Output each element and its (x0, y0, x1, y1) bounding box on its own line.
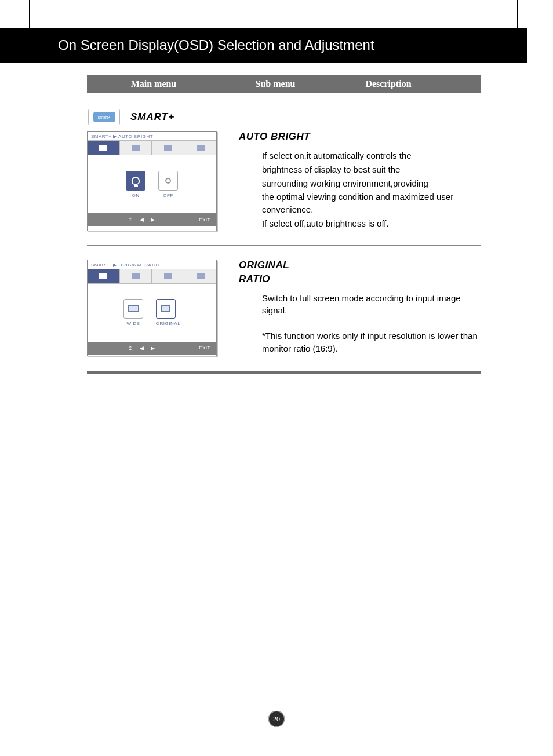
option-on-label: ON (126, 193, 145, 198)
option-original[interactable]: ORIGINAL (156, 299, 180, 326)
osd-footer-bar: ↥ ◀ ▶ EXIT (88, 342, 216, 355)
section-auto-bright: SMART+ ▶ AUTO BRIGHT ON OFF (87, 131, 481, 231)
original-ratio-title-line2: RATIO (239, 273, 481, 285)
exit-button[interactable]: EXIT (199, 217, 216, 222)
col-description: Description (330, 79, 446, 89)
osd-breadcrumb: SMART+ ▶ AUTO BRIGHT (88, 132, 216, 140)
bulb-on-icon (132, 177, 140, 185)
original-ratio-title-line1: ORIGINAL (239, 260, 481, 271)
osd-breadcrumb-leaf: AUTO BRIGHT (118, 134, 153, 139)
col-sub-menu: Sub menu (220, 79, 330, 89)
osd-breadcrumb-root: SMART+ (91, 134, 112, 139)
option-wide[interactable]: WIDE (123, 299, 143, 326)
col-main-menu: Main menu (87, 79, 220, 89)
section-original-ratio: SMART+ ▶ ORIGINAL RATIO WIDE ORIGINAL (87, 260, 481, 356)
desc-line: If select on,it automatically controls t… (262, 149, 481, 162)
page-border-segment (29, 0, 30, 28)
osd-options-area: WIDE ORIGINAL (88, 284, 216, 342)
osd-breadcrumb: SMART+ ▶ ORIGINAL RATIO (88, 260, 216, 269)
ratio-tab-icon (132, 145, 140, 151)
wide-icon (128, 305, 139, 312)
end-divider (87, 371, 481, 374)
osd-options-area: ON OFF (88, 155, 216, 213)
option-on[interactable]: ON (126, 171, 145, 198)
desc-line: If select off,auto brightness is off. (262, 217, 481, 230)
auto-bright-title: AUTO BRIGHT (239, 131, 481, 143)
smart-badge: smart+ (88, 109, 120, 125)
nav-up-icon[interactable]: ↥ (128, 345, 133, 351)
osd-tab-1[interactable] (88, 141, 120, 155)
option-off-label: OFF (158, 193, 178, 198)
osd-tab-4[interactable] (184, 269, 216, 283)
osd-tab-1[interactable] (88, 269, 120, 283)
bulb-tab-icon (99, 145, 107, 151)
osd-footer-bar: ↥ ◀ ▶ EXIT (88, 213, 216, 226)
nav-left-icon[interactable]: ◀ (140, 217, 144, 222)
screen-tab-icon (197, 273, 205, 279)
smart-heading-row: smart+ SMART+ (88, 109, 481, 125)
osd-tab-4[interactable] (184, 141, 216, 155)
osd-screenshot-auto-bright: SMART+ ▶ AUTO BRIGHT ON OFF (87, 131, 217, 231)
dual-tab-icon (164, 273, 172, 279)
bulb-tab-icon (99, 273, 107, 279)
desc-line: the optimal viewing condition and maximi… (262, 191, 481, 216)
ratio-tab-icon (132, 273, 140, 279)
osd-screenshot-original-ratio: SMART+ ▶ ORIGINAL RATIO WIDE ORIGINAL (87, 260, 217, 356)
osd-tab-2[interactable] (120, 141, 152, 155)
osd-breadcrumb-root: SMART+ (91, 262, 112, 268)
exit-button[interactable]: EXIT (199, 345, 216, 350)
desc-line: surrounding working environment,providin… (262, 177, 481, 190)
osd-tab-strip (88, 140, 216, 155)
desc-note: *This function works only if input resol… (262, 330, 481, 355)
osd-tab-2[interactable] (120, 269, 152, 283)
option-wide-label: WIDE (123, 321, 143, 326)
column-header-bar: Main menu Sub menu Description (87, 75, 481, 93)
original-ratio-description: ORIGINAL RATIO Switch to full screen mod… (239, 260, 481, 356)
option-off[interactable]: OFF (158, 171, 178, 198)
section-divider (87, 245, 481, 246)
nav-right-icon[interactable]: ▶ (151, 217, 155, 222)
smart-plus-label: SMART+ (130, 111, 174, 123)
dual-tab-icon (164, 145, 172, 151)
screen-tab-icon (197, 145, 205, 151)
nav-right-icon[interactable]: ▶ (151, 345, 155, 351)
nav-left-icon[interactable]: ◀ (140, 345, 144, 351)
smart-badge-label: smart+ (93, 112, 115, 122)
option-original-label: ORIGINAL (156, 321, 180, 326)
chevron-right-icon: ▶ (113, 262, 118, 268)
auto-bright-description: AUTO BRIGHT If select on,it automaticall… (239, 131, 481, 231)
desc-line: Switch to full screen mode according to … (262, 292, 481, 317)
original-icon (161, 305, 170, 312)
osd-tab-3[interactable] (152, 141, 184, 155)
content-area: Main menu Sub menu Description smart+ SM… (87, 75, 481, 374)
desc-line: brightness of display to best suit the (262, 163, 481, 176)
chevron-right-icon: ▶ (113, 134, 118, 139)
page-number: 20 (268, 711, 285, 727)
bulb-off-icon (165, 178, 171, 184)
osd-breadcrumb-leaf: ORIGINAL RATIO (119, 262, 160, 268)
nav-up-icon[interactable]: ↥ (128, 217, 133, 222)
page-title-banner: On Screen Display(OSD) Selection and Adj… (0, 28, 527, 63)
osd-tab-strip (88, 269, 216, 284)
page-title: On Screen Display(OSD) Selection and Adj… (58, 37, 374, 53)
osd-tab-3[interactable] (152, 269, 184, 283)
page-border-segment (517, 0, 518, 28)
